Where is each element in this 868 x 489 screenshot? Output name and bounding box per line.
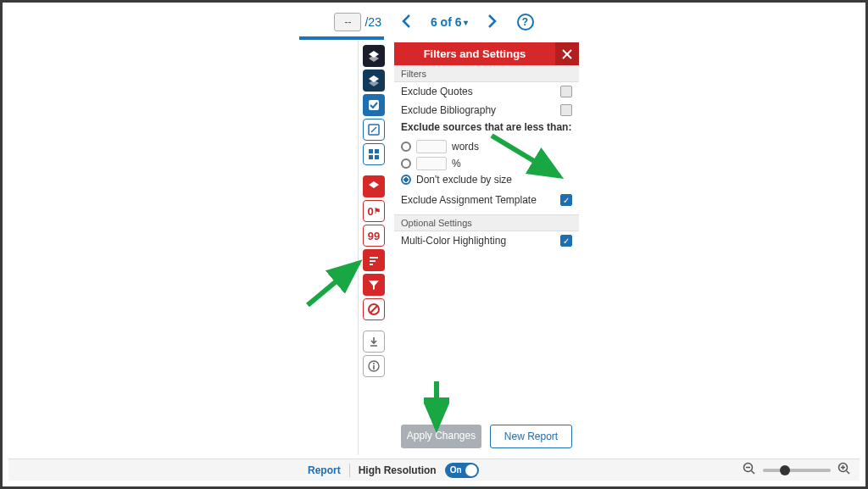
dont-exclude-radio[interactable] [401, 175, 411, 185]
multicolor-label: Multi-Color Highlighting [401, 235, 506, 247]
document-viewport [299, 41, 359, 455]
page-input[interactable] [334, 13, 361, 31]
report-tab[interactable]: Report [299, 464, 349, 476]
download-icon[interactable] [363, 331, 385, 353]
new-report-button[interactable]: New Report [490, 425, 572, 448]
svg-rect-8 [369, 155, 373, 159]
svg-line-26 [847, 471, 850, 475]
svg-marker-1 [369, 55, 379, 62]
all-sources-icon[interactable] [363, 249, 385, 271]
info-icon[interactable] [363, 355, 385, 377]
panel-actions: Apply Changes New Report [394, 418, 579, 455]
exclude-bibliography-label: Exclude Bibliography [401, 104, 496, 116]
svg-marker-14 [369, 281, 379, 290]
grid-icon[interactable] [363, 143, 385, 165]
exclude-quotes-label: Exclude Quotes [401, 86, 473, 97]
svg-rect-12 [370, 260, 376, 262]
svg-marker-10 [369, 181, 379, 188]
svg-rect-4 [369, 100, 379, 110]
svg-rect-13 [370, 264, 373, 265]
high-resolution-toggle[interactable]: On [445, 463, 479, 478]
svg-line-16 [370, 306, 377, 313]
optional-settings-label: Optional Settings [394, 214, 579, 231]
exclude-bibliography-checkbox[interactable] [560, 104, 572, 116]
page-total: /23 [364, 15, 381, 29]
zoom-out-icon[interactable] [743, 462, 756, 478]
filters-settings-panel: Filters and Settings Filters Exclude Quo… [394, 42, 579, 250]
exclude-words-unit: words [452, 141, 479, 153]
exclude-words-input[interactable] [416, 140, 447, 153]
footer-bar: Report High Resolution On [8, 458, 860, 481]
exclude-template-checkbox[interactable]: ✓ [560, 194, 572, 206]
svg-rect-6 [369, 149, 373, 153]
svg-rect-11 [370, 257, 378, 258]
svg-rect-19 [373, 365, 375, 370]
exclude-words-radio[interactable] [401, 142, 411, 152]
flag-count-badge[interactable]: 0⚑ [363, 200, 385, 222]
help-icon[interactable]: ? [517, 14, 534, 31]
match-indicator[interactable]: 6 of 6▾ [431, 15, 468, 29]
layers-red-icon[interactable] [363, 175, 385, 197]
exclude-size-heading: Exclude sources that are less than: [394, 119, 579, 138]
exclude-quotes-checkbox[interactable] [560, 86, 572, 97]
svg-rect-7 [375, 149, 379, 153]
check-icon[interactable] [363, 94, 385, 116]
prev-match-button[interactable] [395, 13, 417, 32]
svg-line-23 [752, 471, 755, 475]
high-resolution-label: High Resolution [350, 464, 445, 476]
svg-marker-3 [369, 80, 379, 86]
exclude-template-label: Exclude Assignment Template [401, 194, 537, 206]
apply-changes-button[interactable]: Apply Changes [401, 425, 481, 448]
dont-exclude-label: Don't exclude by size [416, 174, 512, 186]
multicolor-checkbox[interactable]: ✓ [560, 235, 572, 247]
edit-icon[interactable] [363, 119, 385, 141]
layers-icon[interactable] [363, 45, 385, 67]
zoom-slider[interactable] [763, 469, 831, 472]
top-pagination-bar: /23 6 of 6▾ ? [8, 8, 860, 36]
next-match-button[interactable] [481, 13, 504, 32]
exclude-percent-input[interactable] [416, 157, 447, 170]
excluded-sources-icon[interactable] [363, 298, 385, 320]
filters-section-label: Filters [394, 65, 579, 82]
side-toolbar: 0⚑ 99 [359, 42, 388, 380]
similarity-score-button[interactable]: 99 [363, 225, 385, 247]
layers-secondary-icon[interactable] [363, 69, 385, 92]
exclude-percent-unit: % [452, 158, 461, 169]
panel-title: Filters and Settings [394, 42, 555, 65]
exclude-percent-radio[interactable] [401, 158, 411, 169]
panel-close-button[interactable] [555, 42, 579, 65]
filter-icon[interactable] [363, 274, 385, 296]
svg-point-18 [373, 363, 375, 364]
zoom-in-icon[interactable] [837, 462, 851, 478]
active-tab-accent [299, 36, 384, 40]
svg-rect-9 [375, 155, 379, 159]
